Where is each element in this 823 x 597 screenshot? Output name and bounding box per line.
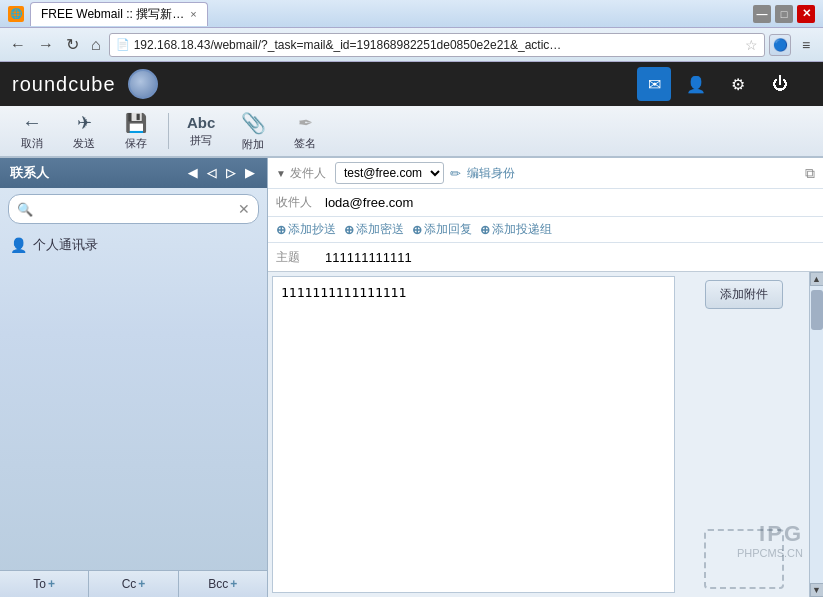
scroll-up-button[interactable]: ▲ (810, 272, 824, 286)
page-icon: 📄 (116, 38, 130, 51)
main-area: 联系人 ◀ ◁ ▷ ▶ 🔍 ✕ 👤 个人通讯录 To (0, 158, 823, 597)
collapse-icon[interactable]: ▼ (276, 168, 286, 179)
titlebar: 🌐 FREE Webmail :: 撰写新… × — □ ✕ (0, 0, 823, 28)
search-box[interactable]: 🔍 ✕ (8, 194, 259, 224)
forward-button[interactable]: → (34, 34, 58, 56)
cancel-button[interactable]: ← 取消 (8, 107, 56, 155)
settings-nav-button[interactable]: ⚙ (721, 67, 755, 101)
power-icon: ⏻ (772, 75, 788, 93)
nav-next-button[interactable]: ▷ (223, 165, 238, 181)
message-editor[interactable] (272, 276, 675, 593)
cc-plus-icon: + (138, 577, 145, 591)
add-reply-link[interactable]: ⊕ 添加回复 (412, 221, 472, 238)
nav-last-button[interactable]: ▶ (242, 165, 257, 181)
subject-row: 主题 (268, 243, 823, 271)
save-icon: 💾 (125, 112, 147, 134)
nav-prev-button[interactable]: ◁ (204, 165, 219, 181)
compose-area: ▼ 发件人 test@free.com ✏ 编辑身份 ⧉ 收件人 (268, 158, 823, 597)
to-input[interactable] (321, 193, 815, 212)
save-label: 保存 (125, 136, 147, 151)
attach-label: 附加 (242, 137, 264, 152)
cancel-icon: ← (22, 111, 42, 134)
search-input[interactable] (37, 202, 238, 216)
maximize-compose-button[interactable]: ⧉ (805, 165, 815, 182)
add-attachment-button[interactable]: 添加附件 (705, 280, 783, 309)
send-icon: ✈ (77, 112, 92, 134)
contacts-icon: 👤 (10, 237, 27, 253)
minimize-button[interactable]: — (753, 5, 771, 23)
nav-first-button[interactable]: ◀ (185, 165, 200, 181)
scroll-thumb[interactable] (811, 290, 823, 330)
reload-button[interactable]: ↻ (62, 33, 83, 56)
app-wrapper: roundcube ✉ 👤 ⚙ ⏻ ← 取消 ✈ 发送 💾 保存 (0, 62, 823, 597)
logo-icon (128, 69, 158, 99)
edit-identity-link[interactable]: 编辑身份 (467, 165, 515, 182)
sign-label: 签名 (294, 136, 316, 151)
attach-button[interactable]: 📎 附加 (229, 107, 277, 156)
bcc-button[interactable]: Bcc + (179, 571, 267, 597)
bookmark-star-icon[interactable]: ☆ (745, 37, 758, 53)
close-button[interactable]: ✕ (797, 5, 815, 23)
to-button[interactable]: To + (0, 571, 89, 597)
browser-tab[interactable]: FREE Webmail :: 撰写新… × (30, 2, 208, 26)
add-bcc-label: 添加密送 (356, 221, 404, 238)
attach-icon: 📎 (241, 111, 266, 135)
edit-pencil-icon: ✏ (450, 166, 461, 181)
logo-text: roundcube (12, 73, 116, 96)
sign-button[interactable]: ✒ 签名 (281, 108, 329, 155)
bcc-plus-icon: + (230, 577, 237, 591)
mail-icon: ✉ (648, 75, 661, 94)
cancel-label: 取消 (21, 136, 43, 151)
compose-body: 添加附件 ▲ ▼ (268, 272, 823, 597)
spell-button[interactable]: Abc 拼写 (177, 110, 225, 152)
add-group-link[interactable]: ⊕ 添加投递组 (480, 221, 552, 238)
add-group-label: 添加投递组 (492, 221, 552, 238)
sign-icon: ✒ (298, 112, 313, 134)
addon-button-1[interactable]: 🔵 (769, 34, 791, 56)
user-icon: 👤 (686, 75, 706, 94)
from-select-wrapper: test@free.com ✏ 编辑身份 (335, 162, 515, 184)
home-button[interactable]: ⌂ (87, 34, 105, 56)
add-cc-link[interactable]: ⊕ 添加抄送 (276, 221, 336, 238)
url-text: 192.168.18.43/webmail/?_task=mail&_id=19… (134, 38, 741, 52)
from-select[interactable]: test@free.com (335, 162, 444, 184)
subject-input[interactable] (321, 248, 815, 267)
personal-contacts-item[interactable]: 👤 个人通讯录 (0, 230, 267, 260)
browser-icon: 🌐 (8, 6, 24, 22)
to-plus-icon: + (48, 577, 55, 591)
sidebar-bottom: To + Cc + Bcc + (0, 570, 267, 597)
to-label: 收件人 (276, 194, 321, 211)
scrollbar[interactable]: ▲ ▼ (809, 272, 823, 597)
add-bcc-link[interactable]: ⊕ 添加密送 (344, 221, 404, 238)
settings-icon: ⚙ (731, 75, 745, 94)
send-label: 发送 (73, 136, 95, 151)
spell-icon: Abc (187, 114, 215, 131)
browser-menu-button[interactable]: ≡ (795, 34, 817, 56)
search-clear-icon[interactable]: ✕ (238, 201, 250, 217)
window-controls: — □ ✕ (753, 5, 815, 23)
power-nav-button[interactable]: ⏻ (763, 67, 797, 101)
contacts-label: 个人通讯录 (33, 236, 98, 254)
user-nav-button[interactable]: 👤 (679, 67, 713, 101)
toolbar-divider-1 (168, 113, 169, 149)
close-tab-button[interactable]: × (190, 8, 196, 20)
app-topbar: roundcube ✉ 👤 ⚙ ⏻ (0, 62, 823, 106)
add-reply-label: 添加回复 (424, 221, 472, 238)
sidebar-header: 联系人 ◀ ◁ ▷ ▶ (0, 158, 267, 188)
sidebar-title: 联系人 (10, 164, 49, 182)
toolbar: ← 取消 ✈ 发送 💾 保存 Abc 拼写 📎 附加 ✒ 签名 (0, 106, 823, 158)
scroll-down-button[interactable]: ▼ (810, 583, 824, 597)
mail-nav-button[interactable]: ✉ (637, 67, 671, 101)
address-box[interactable]: 📄 192.168.18.43/webmail/?_task=mail&_id=… (109, 33, 765, 57)
attachment-drop-zone (704, 529, 784, 589)
save-button[interactable]: 💾 保存 (112, 108, 160, 155)
compose-header: ▼ 发件人 test@free.com ✏ 编辑身份 ⧉ 收件人 (268, 158, 823, 272)
from-label: 发件人 (290, 165, 335, 182)
cc-button[interactable]: Cc + (89, 571, 178, 597)
spell-label: 拼写 (190, 133, 212, 148)
maximize-button[interactable]: □ (775, 5, 793, 23)
from-row: ▼ 发件人 test@free.com ✏ 编辑身份 ⧉ (268, 158, 823, 189)
back-button[interactable]: ← (6, 34, 30, 56)
add-cc-label: 添加抄送 (288, 221, 336, 238)
send-button[interactable]: ✈ 发送 (60, 108, 108, 155)
